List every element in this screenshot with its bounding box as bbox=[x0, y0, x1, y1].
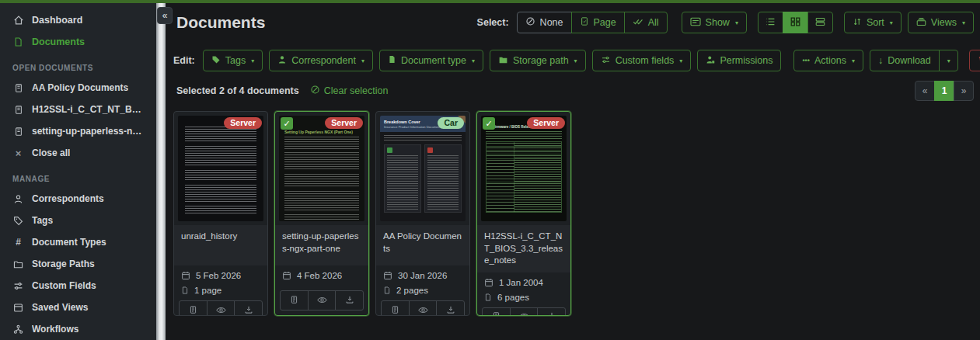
document-title[interactable]: H12SSL-i_C_CT_NT_BIOS_3.3_release_notes bbox=[477, 225, 570, 272]
document-thumbnail[interactable]: ✓ Server Setting Up Paperless NGX (Part … bbox=[275, 112, 368, 225]
sidebar-collapse-button[interactable]: « bbox=[157, 7, 173, 24]
pagination-next-button[interactable]: » bbox=[954, 81, 974, 101]
document-card[interactable]: ✓ Server Firmware / BIOS Release Notes F… bbox=[476, 111, 571, 316]
document-thumbnail[interactable]: Server bbox=[174, 112, 267, 225]
sidebar-item-documents[interactable]: Documents bbox=[0, 31, 156, 53]
manage-item-label: Storage Paths bbox=[32, 258, 95, 269]
view-details-button[interactable] bbox=[807, 12, 833, 33]
edit-document-button[interactable] bbox=[280, 290, 309, 311]
actions-dropdown-button[interactable]: ••• Actions ▾ bbox=[793, 50, 863, 71]
preview-document-button[interactable] bbox=[207, 300, 235, 316]
preview-document-button[interactable] bbox=[409, 300, 438, 316]
edit-permissions-button[interactable]: Permissions bbox=[697, 50, 781, 71]
file-edit-icon bbox=[391, 305, 399, 317]
pagination-prev-button[interactable]: « bbox=[915, 81, 935, 101]
tag-badge[interactable]: Server bbox=[325, 117, 363, 129]
close-all-label: Close all bbox=[32, 147, 70, 158]
download-tray-icon bbox=[446, 305, 455, 317]
views-dropdown-button[interactable]: Views ▾ bbox=[908, 12, 974, 33]
document-date: 30 Jan 2026 bbox=[398, 271, 447, 280]
edit-storage-path-button[interactable]: Storage path ▾ bbox=[490, 50, 586, 71]
delete-button[interactable]: Delete bbox=[969, 50, 980, 71]
close-all-button[interactable]: × Close all bbox=[0, 142, 156, 164]
edit-tags-button[interactable]: Tags ▾ bbox=[203, 50, 263, 71]
slash-circle-icon bbox=[310, 85, 320, 97]
sidebar-item-document-types[interactable]: # Document Types bbox=[0, 231, 156, 253]
sidebar-item-workflows[interactable]: Workflows bbox=[0, 318, 156, 340]
selected-checkbox[interactable]: ✓ bbox=[483, 117, 495, 130]
view-grid-button[interactable] bbox=[783, 12, 808, 33]
sidebar-item-dashboard[interactable]: Dashboard bbox=[0, 9, 156, 31]
eye-icon bbox=[216, 305, 226, 317]
sidebar-item-tags[interactable]: Tags bbox=[0, 210, 156, 231]
sliders-icon bbox=[12, 281, 24, 291]
document-card[interactable]: ✓ Server Setting Up Paperless NGX (Part … bbox=[274, 111, 369, 316]
document-meta: 1 Jan 2004 6 pages bbox=[477, 272, 570, 307]
sidebar-item-correspondents[interactable]: Correspondents bbox=[0, 188, 156, 210]
select-page-button[interactable]: Page bbox=[571, 12, 625, 33]
tag-icon bbox=[12, 216, 24, 226]
download-button[interactable]: ↓ Download bbox=[870, 50, 940, 71]
sidebar-scrollbar[interactable] bbox=[156, 0, 166, 340]
open-doc-item[interactable]: H12SSL-i_C_CT_NT_BIOS_3.3_rele... bbox=[0, 99, 156, 120]
edit-custom-fields-button[interactable]: Custom fields ▾ bbox=[592, 50, 692, 71]
sidebar-item-storage-paths[interactable]: Storage Paths bbox=[0, 253, 156, 275]
sidebar-item-custom-fields[interactable]: Custom Fields bbox=[0, 275, 156, 297]
file-edit-icon bbox=[290, 295, 298, 307]
manage-item-label: Correspondents bbox=[32, 193, 104, 204]
person-icon bbox=[277, 55, 287, 67]
thumbnail-body bbox=[380, 132, 466, 216]
selected-checkbox[interactable]: ✓ bbox=[281, 117, 293, 130]
view-toggle-group bbox=[758, 12, 833, 33]
show-dropdown-button[interactable]: Show ▾ bbox=[682, 12, 747, 33]
edit-document-type-button[interactable]: Document type ▾ bbox=[379, 50, 483, 71]
caret-down-icon: ▾ bbox=[852, 57, 855, 64]
sidebar-item-saved-views[interactable]: Saved Views bbox=[0, 297, 156, 318]
edit-label: Edit: bbox=[173, 55, 195, 66]
clear-selection-link[interactable]: Clear selection bbox=[310, 85, 389, 97]
sliders-icon bbox=[601, 55, 611, 67]
select-none-button[interactable]: None bbox=[517, 12, 572, 33]
document-card[interactable]: Car Breakdown Cover Insurance Product In… bbox=[375, 111, 470, 316]
hash-icon: # bbox=[12, 237, 24, 248]
pagination-page-1[interactable]: 1 bbox=[934, 81, 954, 101]
select-all-button[interactable]: All bbox=[624, 12, 668, 33]
document-title[interactable]: AA Policy Documents bbox=[376, 225, 469, 265]
close-icon: × bbox=[12, 147, 24, 159]
thumbnail-preview: Firmware / BIOS Release Notes Form bbox=[481, 116, 567, 221]
download-document-button[interactable] bbox=[436, 300, 465, 316]
person-icon bbox=[12, 194, 24, 204]
sort-dropdown-button[interactable]: Sort ▾ bbox=[844, 12, 902, 33]
edit-document-button[interactable] bbox=[381, 300, 410, 316]
open-doc-item[interactable]: AA Policy Documents bbox=[0, 77, 156, 99]
download-document-button[interactable] bbox=[234, 300, 263, 316]
document-thumbnail[interactable]: ✓ Server Firmware / BIOS Release Notes F… bbox=[477, 112, 570, 225]
not-insured-column bbox=[424, 144, 462, 213]
sidebar-item-label: Dashboard bbox=[32, 15, 82, 26]
document-thumbnail[interactable]: Car Breakdown Cover Insurance Product In… bbox=[376, 112, 469, 225]
download-options-button[interactable]: ▾ bbox=[939, 50, 958, 71]
download-document-button[interactable] bbox=[335, 290, 364, 311]
tag-badge[interactable]: Car bbox=[438, 117, 464, 129]
edit-document-button[interactable] bbox=[179, 300, 208, 316]
document-card[interactable]: Server unraid_history 5 Feb 2026 bbox=[173, 111, 268, 316]
document-date-row: 5 Feb 2026 bbox=[181, 271, 260, 280]
file-icon bbox=[388, 54, 396, 67]
view-list-button[interactable] bbox=[758, 12, 783, 33]
tag-badge[interactable]: Server bbox=[224, 117, 262, 129]
preview-document-button[interactable] bbox=[510, 307, 539, 316]
download-document-button[interactable] bbox=[537, 307, 566, 316]
caret-down-icon: ▾ bbox=[947, 57, 950, 64]
grid-icon bbox=[790, 17, 800, 29]
document-title[interactable]: unraid_history bbox=[174, 225, 267, 265]
edit-document-button[interactable] bbox=[482, 307, 511, 316]
edit-correspondent-button[interactable]: Correspondent ▾ bbox=[269, 50, 373, 71]
open-doc-item[interactable]: setting-up-paperless-ngx-part-one bbox=[0, 120, 156, 142]
document-date-row: 1 Jan 2004 bbox=[484, 278, 563, 287]
preview-document-button[interactable] bbox=[308, 290, 337, 311]
dashboard-home-icon bbox=[12, 15, 24, 26]
edit-toolbar: Edit: Tags ▾ Correspondent ▾ Document ty… bbox=[173, 50, 974, 71]
tag-badge[interactable]: Server bbox=[527, 117, 565, 129]
header-controls: Select: None Page All bbox=[477, 12, 974, 33]
document-title[interactable]: setting-up-paperless-ngx-part-one bbox=[275, 225, 368, 265]
